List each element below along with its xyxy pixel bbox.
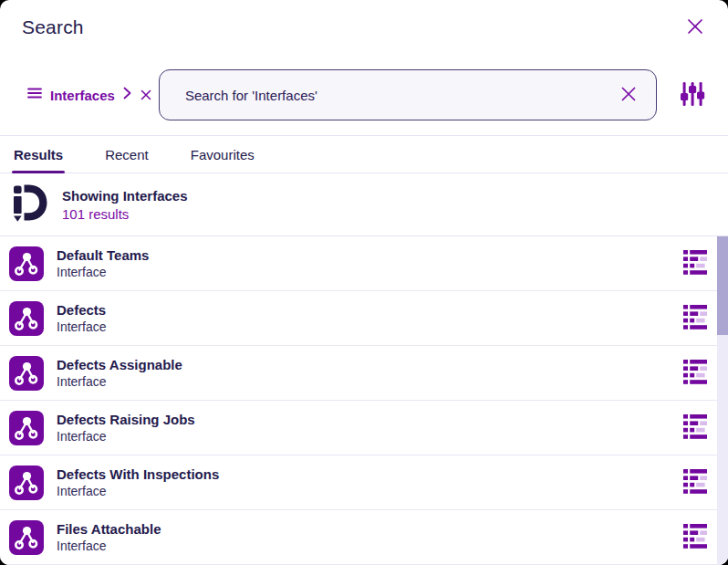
interface-hierarchy-icon (9, 356, 44, 391)
close-button[interactable] (682, 15, 708, 40)
result-subtitle: Interface (57, 429, 195, 444)
interface-hierarchy-icon (9, 411, 44, 445)
interface-hierarchy-icon (9, 466, 44, 500)
result-subtitle: Interface (57, 539, 161, 553)
page-title: Search (22, 16, 84, 38)
result-text: Files Attachable Interface (57, 521, 161, 553)
clear-search-button[interactable] (613, 79, 644, 110)
results-summary: Showing Interfaces 101 results (0, 173, 728, 236)
interface-hierarchy-icon (9, 246, 44, 281)
tab-label: Recent (105, 147, 149, 162)
list-item[interactable]: Defects Assignable Interface (0, 346, 728, 401)
filter-chip-interfaces[interactable]: Interfaces (27, 87, 131, 103)
result-text: Defects With Inspections Interface (57, 466, 219, 498)
details-button[interactable] (682, 306, 708, 331)
search-settings-button[interactable] (677, 79, 708, 110)
result-title: Defects Assignable (57, 357, 182, 372)
list-item[interactable]: Default Teams Interface (0, 236, 728, 291)
scrollbar-track[interactable] (717, 236, 728, 565)
filter-chip-label: Interfaces (50, 88, 115, 103)
list-item[interactable]: Defects Interface (0, 291, 728, 346)
details-list-icon (683, 468, 707, 497)
results-panel: Default Teams Interface (0, 236, 728, 565)
list-item[interactable]: Defects Raising Jobs Interface (0, 401, 728, 455)
search-controls: Interfaces (0, 55, 728, 135)
scrollbar-thumb[interactable] (717, 236, 728, 335)
results-list: Default Teams Interface (0, 236, 728, 565)
result-text: Defects Raising Jobs Interface (57, 412, 195, 444)
summary-title: Showing Interfaces (62, 188, 188, 204)
tab-bar: Results Recent Favourites (0, 135, 728, 173)
result-title: Default Teams (57, 247, 149, 263)
result-text: Default Teams Interface (57, 247, 149, 279)
details-list-icon (683, 249, 707, 277)
result-text: Defects Interface (57, 302, 106, 334)
modal-header: Search (0, 0, 728, 55)
details-button[interactable] (682, 525, 708, 550)
result-title: Files Attachable (57, 521, 161, 537)
details-list-icon (683, 304, 707, 332)
tab-label: Favourites (191, 147, 255, 162)
menu-icon (27, 87, 42, 103)
tab-label: Results (14, 147, 63, 162)
details-list-icon (683, 523, 707, 551)
summary-text: Showing Interfaces 101 results (62, 188, 188, 222)
interface-hierarchy-icon (9, 520, 44, 555)
list-item[interactable]: Files Attachable Interface (0, 510, 728, 565)
search-modal: Search Interfaces (0, 0, 728, 565)
remove-filter-icon (140, 88, 151, 103)
details-button[interactable] (682, 251, 708, 277)
tab-results[interactable]: Results (12, 136, 65, 173)
remove-filter-button[interactable] (140, 89, 151, 102)
clear-search-icon (619, 85, 638, 106)
filter-sliders-icon (680, 80, 705, 110)
result-subtitle: Interface (57, 374, 182, 389)
chevron-right-icon (123, 87, 131, 103)
result-subtitle: Interface (57, 484, 219, 498)
app-d-logo-icon (13, 183, 47, 226)
result-title: Defects (57, 302, 106, 318)
result-title: Defects With Inspections (57, 466, 219, 482)
details-button[interactable] (682, 415, 708, 441)
tab-favourites[interactable]: Favourites (189, 136, 256, 173)
search-box (159, 69, 657, 120)
search-input[interactable] (159, 69, 657, 120)
list-item[interactable]: Defects With Inspections Interface (0, 455, 728, 510)
interface-hierarchy-icon (9, 301, 44, 336)
details-list-icon (683, 359, 707, 387)
tab-recent[interactable]: Recent (103, 136, 151, 173)
close-icon (686, 17, 704, 38)
details-button[interactable] (682, 470, 708, 496)
result-subtitle: Interface (57, 265, 149, 279)
details-list-icon (683, 413, 707, 442)
result-text: Defects Assignable Interface (57, 357, 182, 389)
result-title: Defects Raising Jobs (57, 412, 195, 427)
result-subtitle: Interface (57, 319, 106, 334)
details-button[interactable] (682, 361, 708, 386)
summary-count: 101 results (62, 206, 188, 222)
